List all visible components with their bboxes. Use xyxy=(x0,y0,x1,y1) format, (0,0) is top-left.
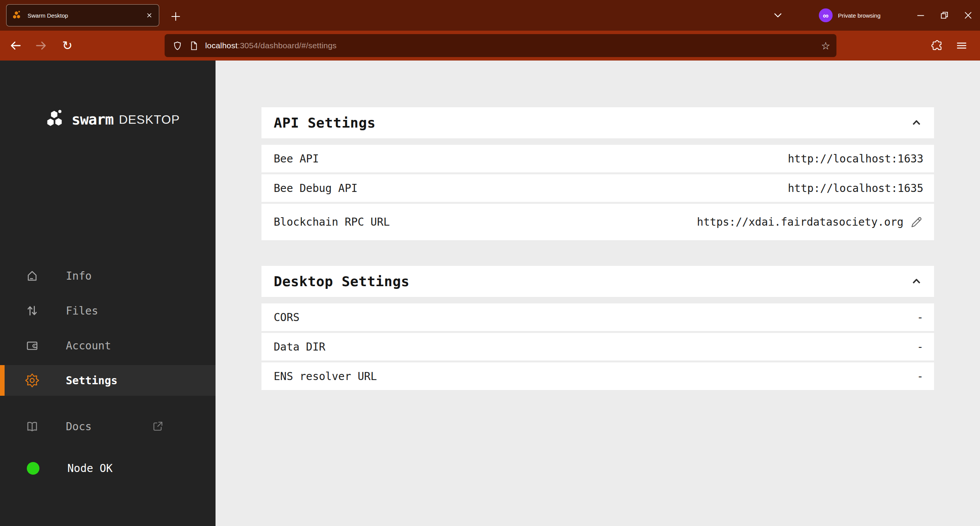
sidebar-item-info[interactable]: Info xyxy=(0,261,216,291)
swarm-hexagons-icon xyxy=(45,108,66,131)
private-browsing-mask-icon: ∞ xyxy=(819,8,833,22)
gear-icon xyxy=(25,374,39,387)
browser-titlebar: Swarm Desktop ∞ Private browsing xyxy=(0,0,980,31)
card-title: Desktop Settings xyxy=(274,274,410,289)
bookmark-star-icon[interactable]: ☆ xyxy=(821,41,830,51)
setting-row-bee-debug-api: Bee Debug API http://localhost:1635 xyxy=(261,174,934,202)
node-status-label: Node OK xyxy=(67,462,113,475)
tab-title: Swarm Desktop xyxy=(28,12,140,19)
tab-close-icon[interactable] xyxy=(145,11,154,20)
tab-list-chevron-icon[interactable] xyxy=(769,7,787,24)
url-path: :3054/dashboard/#/settings xyxy=(238,41,337,50)
setting-value: http://localhost:1633 xyxy=(788,152,923,165)
setting-row-ens-resolver-url: ENS resolver URL - xyxy=(261,362,934,390)
sidebar-item-label: Files xyxy=(66,305,98,317)
new-tab-button[interactable] xyxy=(169,10,182,23)
setting-value: - xyxy=(917,311,923,324)
setting-value: https://xdai.fairdatasociety.org xyxy=(697,216,903,228)
api-settings-header: API Settings xyxy=(261,107,934,138)
minimize-button[interactable] xyxy=(909,0,933,31)
sidebar-item-files[interactable]: Files xyxy=(0,295,216,326)
setting-label: CORS xyxy=(274,311,299,324)
sidebar-item-label: Docs xyxy=(66,420,91,433)
setting-label: Bee Debug API xyxy=(274,182,358,195)
setting-value: - xyxy=(917,341,923,353)
close-button[interactable] xyxy=(956,0,980,31)
setting-value: - xyxy=(917,370,923,383)
url-host: localhost xyxy=(205,41,238,50)
extensions-puzzle-icon[interactable] xyxy=(929,37,946,54)
setting-value: http://localhost:1635 xyxy=(788,182,923,195)
setting-label: Blockchain RPC URL xyxy=(274,216,390,228)
swarm-favicon xyxy=(12,10,22,21)
url-bar[interactable]: localhost:3054/dashboard/#/settings ☆ xyxy=(165,34,836,57)
page-info-icon[interactable] xyxy=(189,41,199,51)
external-link-icon xyxy=(152,420,164,433)
up-down-arrows-icon xyxy=(25,304,39,318)
setting-row-data-dir: Data DIR - xyxy=(261,333,934,360)
brand-suffix: DESKTOP xyxy=(119,113,180,127)
edit-pencil-icon[interactable] xyxy=(910,215,923,229)
settings-page: API Settings Bee API http://localhost:16… xyxy=(216,61,980,526)
collapse-chevron-icon[interactable] xyxy=(908,273,925,290)
card-title: API Settings xyxy=(274,115,376,131)
brand-name: swarm xyxy=(72,111,113,128)
sidebar-item-settings[interactable]: Settings xyxy=(0,365,216,396)
active-indicator xyxy=(0,365,5,396)
restore-button[interactable] xyxy=(933,0,956,31)
private-browsing-badge: ∞ Private browsing xyxy=(819,8,880,22)
sidebar-item-docs[interactable]: Docs xyxy=(0,411,216,442)
node-status-dot xyxy=(27,462,39,475)
url-text[interactable]: localhost:3054/dashboard/#/settings xyxy=(205,41,815,50)
setting-label: ENS resolver URL xyxy=(274,370,377,383)
back-button[interactable] xyxy=(7,37,24,54)
browser-tab[interactable]: Swarm Desktop xyxy=(6,4,159,26)
browser-toolbar: ↻ localhost:3054/dashboard/#/settings ☆ xyxy=(0,31,980,61)
sidebar-item-account[interactable]: Account xyxy=(0,330,216,361)
home-icon xyxy=(25,269,39,283)
collapse-chevron-icon[interactable] xyxy=(908,115,925,131)
sidebar: swarm DESKTOP Info Files xyxy=(0,61,216,526)
setting-row-blockchain-rpc-url: Blockchain RPC URL https://xdai.fairdata… xyxy=(261,204,934,240)
sidebar-item-label: Info xyxy=(66,270,91,282)
shield-icon[interactable] xyxy=(172,41,183,51)
setting-label: Data DIR xyxy=(274,341,325,353)
desktop-settings-header: Desktop Settings xyxy=(261,266,934,297)
forward-button[interactable] xyxy=(33,37,50,54)
swarm-desktop-app: swarm DESKTOP Info Files xyxy=(0,61,980,526)
setting-row-bee-api: Bee API http://localhost:1633 xyxy=(261,145,934,172)
setting-row-cors: CORS - xyxy=(261,303,934,331)
private-browsing-label: Private browsing xyxy=(838,12,880,19)
swarm-logo: swarm DESKTOP xyxy=(45,108,180,131)
wallet-icon xyxy=(25,339,39,352)
setting-label: Bee API xyxy=(274,152,319,165)
sidebar-item-label: Settings xyxy=(66,374,118,387)
reload-button[interactable]: ↻ xyxy=(59,37,76,54)
sidebar-item-label: Account xyxy=(66,339,111,352)
node-status: Node OK xyxy=(0,453,216,483)
hamburger-menu-icon[interactable] xyxy=(953,37,970,54)
book-icon xyxy=(25,419,39,433)
